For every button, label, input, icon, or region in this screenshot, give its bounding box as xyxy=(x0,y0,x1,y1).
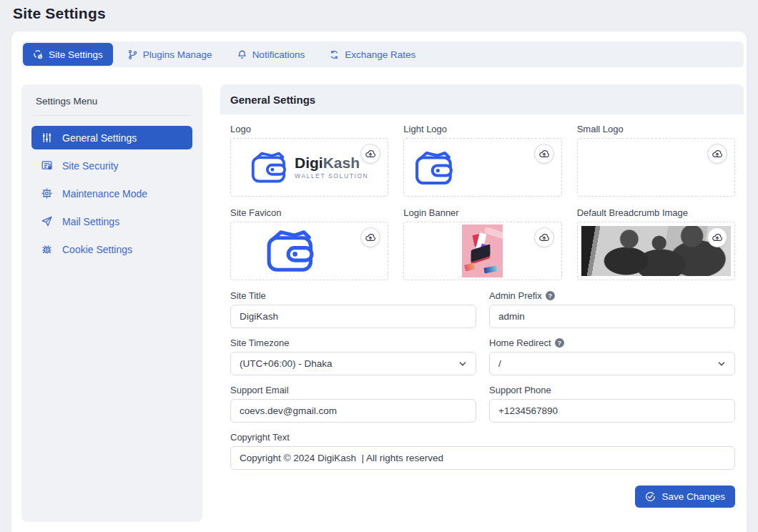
sidebar-item-maintenance-mode[interactable]: Maintenance Mode xyxy=(31,182,192,205)
check-circle-icon xyxy=(645,491,656,502)
upload-label: Site Favicon xyxy=(230,207,388,218)
admin-prefix-input[interactable] xyxy=(489,305,735,328)
cloud-upload-icon xyxy=(712,232,723,243)
tab-label: Notifications xyxy=(252,49,305,60)
field-support-email: Support Email xyxy=(230,385,476,423)
cloud-upload-icon xyxy=(712,148,723,159)
logo-preview: DigiKash WALLET SOLUTION xyxy=(250,150,368,184)
tab-label: Site Settings xyxy=(49,49,103,60)
save-button-label: Save Changes xyxy=(661,491,725,502)
paper-plane-icon xyxy=(41,215,53,227)
field-home-redirect: Home Redirect ? / xyxy=(489,338,735,375)
chip-gear-icon xyxy=(41,187,53,200)
panel-title: General Settings xyxy=(230,94,315,106)
cloud-upload-icon xyxy=(538,232,550,243)
upload-grid: Logo DigiKash WALLET SOLUTION xyxy=(230,124,735,280)
login-banner-upload-box[interactable] xyxy=(403,222,561,280)
tab-site-settings[interactable]: Site Settings xyxy=(23,43,113,66)
tab-exchange-rates[interactable]: Exchange Rates xyxy=(319,43,425,66)
upload-field-logo: Logo DigiKash WALLET SOLUTION xyxy=(230,124,388,197)
secure-document-icon xyxy=(41,159,53,172)
site-title-input[interactable] xyxy=(230,305,476,328)
page-title: Site Settings xyxy=(13,5,106,22)
sidebar-item-label: Site Security xyxy=(62,160,119,172)
selected-value: (UTC+06:00) - Dhaka xyxy=(240,358,332,369)
field-label: Site Timezone xyxy=(230,338,476,348)
tab-bar: Site Settings Plugins Manage Notificatio… xyxy=(21,41,744,67)
settings-form: Site Title Admin Prefix ? Site Timezone … xyxy=(230,290,735,470)
bug-icon xyxy=(41,243,53,255)
upload-button[interactable] xyxy=(707,144,727,164)
support-phone-input[interactable] xyxy=(489,399,735,423)
settings-sidebar: Settings Menu General Settings Site Secu… xyxy=(21,84,202,522)
chevron-down-icon xyxy=(458,360,467,368)
upload-label: Small Logo xyxy=(577,124,735,134)
tab-notifications[interactable]: Notifications xyxy=(227,43,315,66)
sidebar-item-site-security[interactable]: Site Security xyxy=(31,154,192,177)
sidebar-item-label: Cookie Settings xyxy=(62,244,132,255)
selected-value: / xyxy=(498,358,501,369)
tab-plugins-manage[interactable]: Plugins Manage xyxy=(117,43,222,66)
cloud-upload-icon xyxy=(365,148,376,159)
field-label: Admin Prefix ? xyxy=(489,290,735,301)
upload-button[interactable] xyxy=(707,227,727,247)
upload-label: Light Logo xyxy=(403,124,561,134)
help-icon[interactable]: ? xyxy=(546,291,555,300)
upload-label: Default Breadcrumb Image xyxy=(577,207,735,218)
general-settings-panel: General Settings Logo DigiKash xyxy=(220,84,744,532)
upload-field-breadcrumb-image: Default Breadcrumb Image xyxy=(577,207,735,280)
field-copyright-text: Copyright Text xyxy=(230,432,735,470)
sidebar-item-mail-settings[interactable]: Mail Settings xyxy=(31,210,192,233)
wallet-logo-icon xyxy=(250,150,287,184)
brand-text: DigiKash WALLET SOLUTION xyxy=(295,155,368,179)
upload-button[interactable] xyxy=(360,144,380,164)
git-branch-icon xyxy=(127,49,138,60)
tab-label: Plugins Manage xyxy=(143,49,212,60)
upload-button[interactable] xyxy=(534,144,554,164)
upload-field-site-favicon: Site Favicon xyxy=(230,207,388,280)
save-changes-button[interactable]: Save Changes xyxy=(635,486,735,508)
field-label: Home Redirect ? xyxy=(489,338,735,348)
light-logo-upload-box[interactable] xyxy=(403,138,561,197)
brand-tagline: WALLET SOLUTION xyxy=(295,173,368,179)
sliders-icon xyxy=(41,132,53,144)
sidebar-item-label: Mail Settings xyxy=(62,216,119,227)
sidebar-item-cookie-settings[interactable]: Cookie Settings xyxy=(31,237,192,261)
field-admin-prefix: Admin Prefix ? xyxy=(489,290,735,328)
cloud-upload-icon xyxy=(365,232,376,243)
help-icon[interactable]: ? xyxy=(555,338,564,348)
upload-button[interactable] xyxy=(534,227,554,247)
sidebar-menu: General Settings Site Security Maintenan… xyxy=(21,116,202,271)
breadcrumb-image-upload-box[interactable] xyxy=(577,222,735,280)
upload-label: Logo xyxy=(230,124,388,134)
field-label: Support Phone xyxy=(489,385,735,395)
field-label: Copyright Text xyxy=(230,432,735,443)
site-settings-page: { "page": { "title": "Site Settings" }, … xyxy=(0,0,758,532)
sidebar-item-general-settings[interactable]: General Settings xyxy=(31,126,192,149)
globe-gear-icon xyxy=(33,49,44,60)
sidebar-item-label: Maintenance Mode xyxy=(62,188,147,200)
site-favicon-upload-box[interactable] xyxy=(230,222,388,280)
site-timezone-select[interactable]: (UTC+06:00) - Dhaka xyxy=(230,352,476,375)
wallet-favicon-icon xyxy=(265,229,315,273)
upload-button[interactable] xyxy=(360,227,380,247)
brand-name: DigiKash xyxy=(295,155,368,171)
copyright-text-input[interactable] xyxy=(230,446,735,470)
upload-field-light-logo: Light Logo xyxy=(403,124,561,197)
home-redirect-select[interactable]: / xyxy=(489,352,735,375)
panel-body: Logo DigiKash WALLET SOLUTION xyxy=(220,114,744,518)
panel-header: General Settings xyxy=(220,84,744,114)
tab-label: Exchange Rates xyxy=(345,49,415,60)
upload-field-login-banner: Login Banner xyxy=(403,207,561,280)
small-logo-upload-box[interactable] xyxy=(577,138,735,197)
sidebar-title: Settings Menu xyxy=(21,84,202,115)
wallet-logo-icon xyxy=(414,150,454,186)
field-label: Site Title xyxy=(230,290,476,301)
support-email-input[interactable] xyxy=(230,399,476,423)
upload-label: Login Banner xyxy=(403,207,561,218)
field-site-title: Site Title xyxy=(230,290,476,328)
exchange-arrows-icon xyxy=(329,49,340,60)
chevron-down-icon xyxy=(717,360,726,368)
logo-upload-box[interactable]: DigiKash WALLET SOLUTION xyxy=(230,138,388,197)
panel-footer: Save Changes xyxy=(230,470,735,518)
